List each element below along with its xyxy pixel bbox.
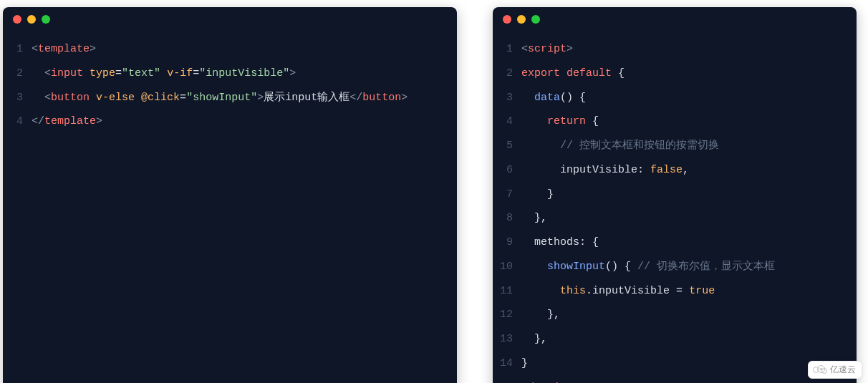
code-token <box>83 67 90 79</box>
code-token: }, <box>534 212 547 224</box>
code-token: return <box>547 115 586 127</box>
code-token: template <box>44 115 96 127</box>
code-panel-script: 1<script>2export default {3 data() {4 re… <box>493 7 857 383</box>
line-content[interactable]: }, <box>521 327 547 352</box>
line-content[interactable]: methods: { <box>521 231 599 255</box>
line-content[interactable]: data() { <box>521 86 586 110</box>
code-line[interactable]: 3 <button v-else @click="showInput">展示in… <box>3 86 457 110</box>
code-line[interactable]: 5 // 控制文本框和按钮的按需切换 <box>493 134 857 158</box>
code-line[interactable]: 9 methods: { <box>493 231 857 255</box>
code-token: @click <box>141 92 180 104</box>
code-token: inputVisible <box>560 164 637 176</box>
line-number: 8 <box>493 206 521 231</box>
line-number: 4 <box>493 110 521 134</box>
line-content[interactable]: inputVisible: false, <box>521 158 689 183</box>
code-token <box>521 309 547 321</box>
code-token: true <box>689 285 715 297</box>
line-content[interactable]: <script> <box>521 37 573 62</box>
code-token: "text" <box>122 67 160 79</box>
line-number: 14 <box>493 352 521 376</box>
code-token: "showInput" <box>186 92 257 104</box>
code-token: < <box>44 92 51 104</box>
code-block-template[interactable]: 1<template>2 <input type="text" v-if="in… <box>3 31 457 154</box>
line-content[interactable]: } <box>521 183 554 207</box>
code-token: data <box>534 92 560 104</box>
code-line[interactable]: 4 return { <box>493 110 857 134</box>
code-token: </ <box>349 92 362 104</box>
code-token <box>521 92 534 104</box>
line-content[interactable]: showInput() { // 切换布尔值，显示文本框 <box>521 255 775 279</box>
code-token: () <box>560 92 573 104</box>
traffic-light-zoom-icon[interactable] <box>531 15 540 24</box>
code-token: > <box>90 43 96 55</box>
line-content[interactable]: </script> <box>521 376 579 384</box>
line-number: 12 <box>493 303 521 327</box>
line-content[interactable]: export default { <box>521 62 625 86</box>
code-token <box>521 333 534 345</box>
code-line[interactable]: 10 showInput() { // 切换布尔值，显示文本框 <box>493 255 857 279</box>
traffic-light-minimize-icon[interactable] <box>27 15 36 24</box>
line-content[interactable]: <button v-else @click="showInput">展示inpu… <box>32 86 408 110</box>
code-line[interactable]: 2export default { <box>493 62 857 86</box>
code-line[interactable]: 7 } <box>493 183 857 207</box>
code-token <box>670 285 676 297</box>
code-line[interactable]: 15</script> <box>493 376 857 384</box>
code-token <box>560 67 566 79</box>
line-content[interactable]: }, <box>521 303 560 327</box>
code-token: "inputVisible" <box>199 67 289 79</box>
line-content[interactable]: <template> <box>32 37 96 62</box>
code-line[interactable]: 8 }, <box>493 206 857 231</box>
code-token <box>521 212 534 224</box>
code-line[interactable]: 6 inputVisible: false, <box>493 158 857 183</box>
code-line[interactable]: 1<script> <box>493 37 857 62</box>
line-number: 1 <box>3 37 32 62</box>
code-token: < <box>521 43 528 55</box>
line-number: 9 <box>493 231 521 255</box>
code-token <box>618 261 625 273</box>
code-token: < <box>32 43 38 55</box>
code-token <box>135 92 141 104</box>
traffic-light-zoom-icon[interactable] <box>42 15 50 24</box>
code-line[interactable]: 3 data() { <box>493 86 857 110</box>
code-token: { <box>618 67 625 79</box>
line-number: 3 <box>3 86 32 110</box>
code-token <box>160 67 167 79</box>
code-token: , <box>683 164 689 176</box>
code-token: > <box>401 92 408 104</box>
code-token: < <box>44 67 51 79</box>
code-token: v-else <box>96 92 135 104</box>
code-line[interactable]: 13 }, <box>493 327 857 352</box>
line-content[interactable]: this.inputVisible = true <box>521 279 715 304</box>
code-line[interactable]: 1<template> <box>3 37 457 62</box>
code-token: 展示input输入框 <box>264 92 349 104</box>
code-token: button <box>362 92 401 104</box>
code-token: () <box>605 261 618 273</box>
traffic-light-close-icon[interactable] <box>503 15 511 24</box>
code-token <box>32 67 44 79</box>
line-content[interactable]: }, <box>521 206 547 231</box>
code-line[interactable]: 12 }, <box>493 303 857 327</box>
code-line[interactable]: 2 <input type="text" v-if="inputVisible"… <box>3 62 457 86</box>
code-token: { <box>579 92 586 104</box>
traffic-light-close-icon[interactable] <box>13 15 21 24</box>
line-number: 15 <box>493 376 521 384</box>
code-line[interactable]: 11 this.inputVisible = true <box>493 279 857 304</box>
line-content[interactable]: } <box>521 352 528 376</box>
line-content[interactable]: return { <box>521 110 599 134</box>
code-token: template <box>38 43 90 55</box>
line-content[interactable]: // 控制文本框和按钮的按需切换 <box>521 134 719 158</box>
line-content[interactable]: </template> <box>32 110 102 134</box>
code-token: : <box>637 164 650 176</box>
code-token <box>612 67 618 79</box>
code-line[interactable]: 4</template> <box>3 110 457 134</box>
code-token: : <box>579 236 592 248</box>
line-number: 2 <box>493 62 521 86</box>
code-line[interactable]: 14} <box>493 352 857 376</box>
code-block-script[interactable]: 1<script>2export default {3 data() {4 re… <box>493 31 857 383</box>
code-token <box>90 92 96 104</box>
line-content[interactable]: <input type="text" v-if="inputVisible"> <box>32 62 296 86</box>
traffic-light-minimize-icon[interactable] <box>517 15 526 24</box>
code-token: } <box>547 188 554 200</box>
code-token: // 控制文本框和按钮的按需切换 <box>560 140 719 152</box>
code-token: . <box>586 285 592 297</box>
